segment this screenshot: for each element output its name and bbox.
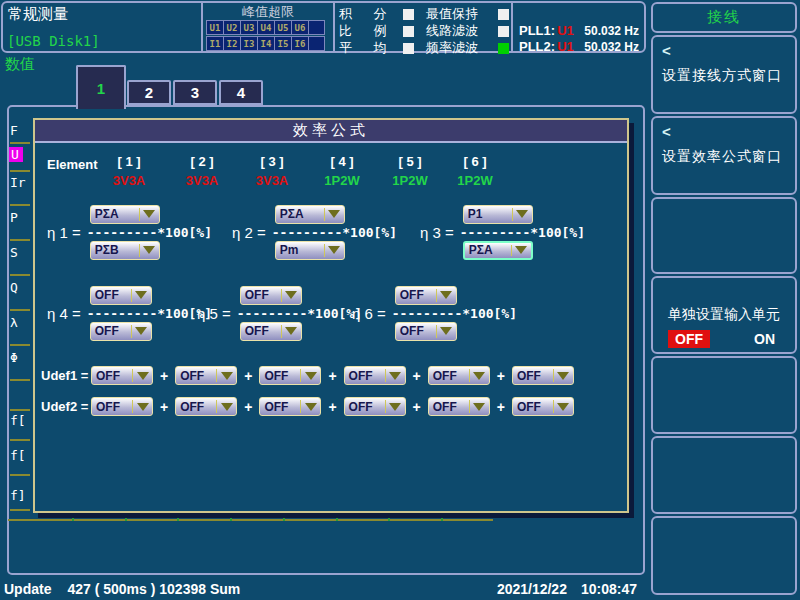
unit-setting-off-option[interactable]: OFF [668, 330, 710, 348]
grid-tick [283, 516, 285, 521]
strip-item-power-factor[interactable]: λ [10, 315, 18, 330]
strip-item-freq-other[interactable]: f] [10, 488, 26, 503]
strip-item-current[interactable]: Ir [10, 175, 26, 190]
unit-setting-on-option[interactable]: ON [754, 331, 775, 347]
dropdown-arrow-icon [133, 372, 152, 380]
eta2-numerator-dropdown[interactable]: PΣA [275, 205, 345, 224]
strip-item-voltage-selected[interactable]: U [9, 147, 23, 162]
strip-item-reactive-power[interactable]: Q [10, 280, 18, 295]
udef2-term-4-dropdown[interactable]: OFF [344, 397, 406, 416]
pll1-row: PLL1: U1 50.032 Hz [519, 23, 639, 39]
times-100-suffix: *100[%] [342, 225, 397, 240]
strip-item-freq-i[interactable]: f[ [10, 448, 26, 463]
eta6-denominator-dropdown[interactable]: OFF [395, 322, 457, 341]
tab-page-3[interactable]: 3 [173, 80, 217, 105]
sidebar-button-empty-1 [651, 197, 797, 274]
tab-page-2[interactable]: 2 [127, 80, 171, 105]
eta4-denominator-dropdown[interactable]: OFF [90, 322, 152, 341]
status-date: 2021/12/22 [497, 581, 567, 597]
tab-page-4[interactable]: 4 [219, 80, 263, 105]
dropdown-arrow-icon [217, 403, 236, 411]
grid-tick [125, 516, 127, 521]
eta3-fraction: P1 ---------*100[%] PΣA [460, 205, 585, 260]
udef2-term-1-dropdown[interactable]: OFF [91, 397, 153, 416]
status-time: 10:08:47 [581, 581, 637, 597]
peak-cell-i-blank [308, 36, 325, 51]
dropdown-arrow-icon [140, 246, 159, 254]
eta3-label: η 3 = [420, 224, 454, 241]
element-number: [ 2 ] [174, 154, 230, 169]
peak-cell-u4: U4 [257, 20, 275, 35]
peak-cell-u-blank [308, 20, 325, 35]
udef2-term-2-dropdown[interactable]: OFF [175, 397, 237, 416]
eta1-numerator-dropdown[interactable]: PΣA [90, 205, 160, 224]
udef1-term-5-dropdown[interactable]: OFF [428, 366, 490, 385]
dropdown-arrow-icon [301, 372, 320, 380]
eta3-numerator-dropdown[interactable]: P1 [463, 205, 533, 224]
storage-media-label: [USB Disk1] [7, 33, 100, 49]
scaling-indicator [403, 26, 414, 37]
udef1-term-2-dropdown[interactable]: OFF [175, 366, 237, 385]
status-toggles-section: 积 分 最值保持 比 例 线路滤波 平 均 频率滤波 [335, 3, 513, 51]
toggle-row: 积 分 最值保持 [339, 6, 511, 22]
udef2-label: Udef2 = [41, 399, 91, 414]
udef1-label: Udef1 = [41, 368, 91, 383]
sidebar-button-wiring-window[interactable]: < 设置接线方式窗口 [651, 35, 797, 114]
efficiency-formula-dialog: 效率公式 Element [ 1 ] 3V3A [ 2 ] 3V3A [ 3 ]… [33, 118, 629, 513]
formula-eta4: η 4 = OFF ---------*100[%] OFF [47, 280, 212, 346]
udef2-term-5-dropdown[interactable]: OFF [428, 397, 490, 416]
element-row-label: Element [47, 157, 98, 172]
udef1-term-1-dropdown[interactable]: OFF [91, 366, 153, 385]
udef2-term-6-dropdown[interactable]: OFF [512, 397, 574, 416]
peak-current-row: I1 I2 I3 I4 I5 I6 [206, 36, 333, 51]
sidebar-button-efficiency-window[interactable]: < 设置效率公式窗口 [651, 116, 797, 195]
plus-sign: + [160, 399, 168, 415]
strip-item-freq-u[interactable]: f[ [10, 413, 26, 428]
sidebar-unit-setting-box: 单独设置输入单元 OFF ON [651, 276, 797, 354]
eta4-numerator-dropdown[interactable]: OFF [90, 286, 152, 305]
peak-cell-i2: I2 [223, 36, 241, 51]
strip-item-active-power[interactable]: P [10, 210, 18, 225]
integration-label: 积 分 [339, 5, 403, 23]
udef1-term-6-dropdown[interactable]: OFF [512, 366, 574, 385]
eta6-numerator-dropdown[interactable]: OFF [395, 286, 457, 305]
pll1-source: U1 [557, 23, 574, 38]
eta5-numerator-dropdown[interactable]: OFF [240, 286, 302, 305]
times-100-suffix: *100[%] [157, 225, 212, 240]
peak-cell-u5: U5 [274, 20, 292, 35]
peak-cell-i4: I4 [257, 36, 275, 51]
scaling-label: 比 例 [339, 22, 403, 40]
formula-eta6: η 6 = OFF ---------*100[%] OFF [352, 280, 517, 346]
element-number: [ 3 ] [244, 154, 300, 169]
eta3-denominator-dropdown-focused[interactable]: PΣA [463, 241, 533, 260]
udef1-row: Udef1 = OFF + OFF + OFF + OFF + OFF + OF… [41, 366, 574, 385]
status-bar: Update 427 ( 500ms ) 102398 Sum 2021/12/… [0, 577, 645, 600]
measurement-mode-label: 常规测量 [8, 5, 68, 24]
strip-item-phase-angle[interactable]: Φ [10, 350, 18, 365]
peak-cell-i1: I1 [206, 36, 224, 51]
pll-section: PLL1: U1 50.032 Hz PLL2: U1 50.032 Hz [513, 3, 644, 51]
eta1-denominator-dropdown[interactable]: PΣB [90, 241, 160, 260]
strip-item-apparent-power[interactable]: S [10, 245, 18, 260]
numeric-section-label: 数值 [5, 55, 35, 74]
eta4-label: η 4 = [47, 305, 81, 322]
strip-item-frequency[interactable]: F [10, 123, 18, 138]
strip-divider [10, 142, 30, 144]
dropdown-arrow-icon [554, 403, 573, 411]
eta5-fraction: OFF ---------*100[%] OFF [237, 286, 362, 341]
line-filter-indicator [498, 26, 509, 37]
udef2-term-3-dropdown[interactable]: OFF [259, 397, 321, 416]
eta5-denominator-dropdown[interactable]: OFF [240, 322, 302, 341]
grid-tick [336, 516, 338, 521]
tab-page-1-active[interactable]: 1 [76, 65, 126, 109]
fraction-bar: --------- [87, 306, 157, 321]
eta2-denominator-dropdown[interactable]: Pm [275, 241, 345, 260]
udef1-term-4-dropdown[interactable]: OFF [344, 366, 406, 385]
udef1-term-3-dropdown[interactable]: OFF [259, 366, 321, 385]
update-label: Update [4, 581, 51, 597]
plus-sign: + [413, 368, 421, 384]
times-100-suffix: *100[%] [462, 306, 517, 321]
plus-sign: + [328, 368, 336, 384]
fraction-bar: --------- [460, 225, 530, 240]
peak-cell-i5: I5 [274, 36, 292, 51]
